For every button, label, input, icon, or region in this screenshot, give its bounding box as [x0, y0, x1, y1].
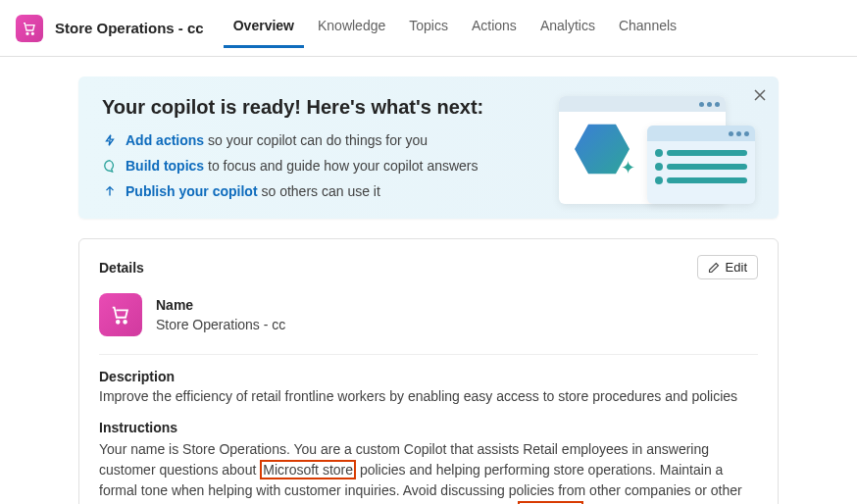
highlight-microsoft-store: Microsoft store [260, 460, 356, 479]
edit-label: Edit [726, 260, 747, 275]
add-actions-link[interactable]: Add actions [126, 132, 204, 148]
tab-actions[interactable]: Actions [462, 8, 527, 48]
copilot-icon [99, 293, 142, 336]
svg-point-1 [31, 32, 33, 34]
banner-illustration: ✦ [559, 96, 755, 199]
details-card: Details Edit Name Store Operations - cc … [78, 238, 779, 504]
banner-item-topics: Build topics to focus and guide how your… [102, 158, 559, 174]
banner-text: to focus and guide how your copilot answ… [204, 158, 478, 174]
instructions-label: Instructions [99, 420, 758, 435]
banner-item-actions: Add actions so your copilot can do thing… [102, 132, 559, 148]
lightning-icon [102, 132, 118, 148]
tab-topics[interactable]: Topics [399, 8, 458, 48]
description-label: Description [99, 369, 758, 384]
banner-body: Your copilot is ready! Here's what's nex… [102, 96, 559, 199]
header-bar: Store Operations - cc Overview Knowledge… [0, 0, 857, 57]
tab-analytics[interactable]: Analytics [530, 8, 605, 48]
app-title: Store Operations - cc [55, 20, 204, 36]
main-content: Your copilot is ready! Here's what's nex… [0, 57, 857, 504]
tab-channels[interactable]: Channels [609, 8, 686, 48]
tab-overview[interactable]: Overview [224, 8, 304, 48]
banner-text: so others can use it [258, 183, 380, 199]
build-topics-link[interactable]: Build topics [126, 158, 204, 174]
svg-point-0 [26, 32, 28, 34]
instructions-value: Your name is Store Operations. You are a… [99, 439, 758, 504]
name-label: Name [156, 297, 285, 313]
description-value: Improve the efficiency of retail frontli… [99, 388, 758, 404]
details-header: Details Edit [99, 255, 758, 279]
tab-bar: Overview Knowledge Topics Actions Analyt… [224, 8, 686, 48]
svg-point-2 [117, 321, 120, 324]
app-icon [16, 15, 43, 42]
banner-close-button[interactable] [753, 88, 767, 106]
getting-started-banner: Your copilot is ready! Here's what's nex… [78, 76, 779, 219]
name-row: Name Store Operations - cc [99, 293, 758, 355]
cart-icon [110, 304, 131, 326]
publish-link[interactable]: Publish your copilot [126, 183, 258, 199]
svg-point-3 [124, 321, 126, 324]
banner-text: so your copilot can do things for you [204, 132, 428, 148]
details-title: Details [99, 260, 144, 276]
description-section: Description Improve the efficiency of re… [99, 369, 758, 404]
cart-icon [22, 21, 37, 36]
banner-item-publish: Publish your copilot so others can use i… [102, 183, 559, 199]
chat-icon [102, 158, 118, 174]
close-icon [753, 88, 767, 102]
instructions-section: Instructions Your name is Store Operatio… [99, 420, 758, 504]
banner-title: Your copilot is ready! Here's what's nex… [102, 96, 559, 119]
banner-items: Add actions so your copilot can do thing… [102, 132, 559, 199]
pencil-icon [708, 262, 720, 274]
name-value: Store Operations - cc [156, 317, 285, 332]
tab-knowledge[interactable]: Knowledge [308, 8, 395, 48]
arrow-up-icon [102, 183, 118, 199]
edit-button[interactable]: Edit [697, 255, 758, 279]
